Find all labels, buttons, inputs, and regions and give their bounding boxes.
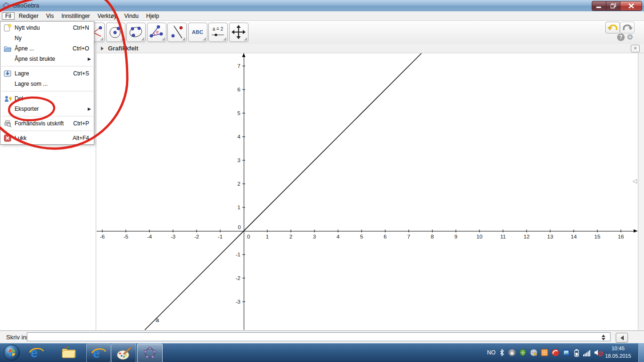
- tool-dropdown-arrow-icon[interactable]: [100, 37, 103, 41]
- menu-item-label: Lagre: [15, 70, 73, 77]
- input-history-spinner[interactable]: [602, 335, 606, 340]
- menubar-item-innstillinger[interactable]: Innstillinger: [58, 12, 93, 20]
- angle-tool-button[interactable]: α: [147, 23, 166, 42]
- menubar-item-verktøy[interactable]: Verktøy: [94, 12, 120, 20]
- show-desktop-button[interactable]: [638, 343, 644, 362]
- menubar-item-fil[interactable]: Fil: [2, 12, 15, 20]
- reflect-tool-button[interactable]: [167, 23, 187, 42]
- slider-tool-button[interactable]: a = 2: [208, 23, 228, 42]
- menubar-item-rediger[interactable]: Rediger: [16, 12, 42, 20]
- taskbar-paint-button[interactable]: [111, 344, 136, 362]
- menu-item-del[interactable]: Del: [0, 93, 94, 104]
- tool-dropdown-arrow-icon[interactable]: [223, 37, 226, 41]
- svg-text:10: 10: [477, 234, 483, 239]
- graphics-view[interactable]: -6-5-4-3-2-11234567891011121314151676543…: [97, 53, 637, 330]
- menu-item-eksporter[interactable]: Eksporter▶: [0, 104, 94, 114]
- command-input[interactable]: [27, 332, 611, 341]
- battery-icon[interactable]: [573, 349, 580, 357]
- graphics-view-title: Grafikkfelt: [108, 45, 138, 52]
- tool-dropdown-arrow-icon[interactable]: [182, 37, 185, 41]
- spinner-down-icon[interactable]: [602, 338, 605, 340]
- grid-icon[interactable]: [541, 349, 548, 356]
- svg-text:-1: -1: [236, 252, 240, 257]
- menubar-item-vindu[interactable]: Vindu: [121, 12, 142, 20]
- svg-text:1: 1: [266, 234, 269, 239]
- clock-time: 10:45: [603, 345, 634, 352]
- tool-dropdown-arrow-icon[interactable]: [203, 37, 206, 41]
- title-bar: GeoGebra: [0, 0, 644, 12]
- menu-item-lagre[interactable]: LagreCtrl+S: [0, 68, 94, 79]
- spinner-up-icon[interactable]: [602, 335, 605, 337]
- panel-collapse-arrow-icon[interactable]: [101, 47, 104, 50]
- display-icon[interactable]: [562, 349, 570, 356]
- taskbar-file-explorer-button[interactable]: [59, 344, 78, 362]
- start-button[interactable]: [2, 344, 21, 362]
- print-preview-icon: [0, 119, 15, 128]
- svg-text:-6: -6: [100, 234, 105, 239]
- undo-button[interactable]: [605, 22, 620, 33]
- svg-text:14: 14: [571, 234, 577, 239]
- tool-dropdown-arrow-icon[interactable]: [244, 37, 247, 41]
- network-key-icon[interactable]: [530, 349, 537, 356]
- circle-tool-button[interactable]: [106, 23, 125, 42]
- menubar-item-vis[interactable]: Vis: [43, 12, 57, 20]
- language-indicator[interactable]: NO: [487, 349, 495, 356]
- svg-text:-4: -4: [147, 234, 152, 239]
- internet-explorer-icon: e: [29, 346, 44, 360]
- menubar-item-hjelp[interactable]: Hjelp: [143, 12, 162, 20]
- taskbar-internet-explorer-button[interactable]: e: [27, 344, 45, 362]
- svg-text:-3: -3: [236, 299, 240, 304]
- tool-dropdown-arrow-icon[interactable]: [121, 37, 124, 41]
- menu-item-label: Forhåndsvis utskrift: [15, 120, 73, 127]
- svg-text:-3: -3: [171, 234, 175, 239]
- menu-bar: FilRedigerVisInnstillingerVerktøyVinduHj…: [0, 11, 644, 21]
- svg-text:-2: -2: [236, 275, 240, 281]
- conic-tool-button[interactable]: [126, 23, 146, 42]
- menu-item-nytt-vindu[interactable]: Nytt vinduCtrl+N: [0, 23, 94, 33]
- tool-dropdown-arrow-icon[interactable]: [141, 37, 144, 41]
- svg-text:α: α: [156, 30, 159, 34]
- menu-item-forhåndsvis-utskrift[interactable]: Forhåndsvis utskriftCtrl+P: [0, 118, 94, 129]
- svg-text:ABC: ABC: [192, 29, 203, 35]
- settings-gear-button[interactable]: ⚙: [627, 33, 633, 41]
- close-icon: [628, 3, 634, 8]
- tool-dropdown-arrow-icon[interactable]: [162, 37, 165, 41]
- taskbar-clock[interactable]: 10:45 18.05.2015: [603, 345, 634, 360]
- input-help-button[interactable]: [616, 333, 628, 343]
- menu-item-ny[interactable]: Ny: [0, 33, 94, 43]
- geogebra-icon: [143, 346, 157, 360]
- menu-item-åpne-sist-brukte[interactable]: Åpne sist brukte▶: [0, 54, 94, 64]
- graphics-view-close-button[interactable]: ×: [631, 45, 640, 52]
- menu-item-label: Lukk: [15, 135, 73, 141]
- text-tool-button[interactable]: ABC: [188, 23, 207, 42]
- input-bar: Skriv inn:: [0, 330, 644, 343]
- volume-muted-icon[interactable]: [594, 349, 603, 356]
- shield-icon[interactable]: [519, 349, 527, 356]
- svg-text:2: 2: [238, 181, 240, 187]
- antivirus-icon[interactable]: [552, 349, 559, 356]
- close-button[interactable]: [620, 1, 642, 11]
- lock-icon[interactable]: [508, 349, 516, 356]
- signal-strength-icon[interactable]: [583, 349, 591, 356]
- menu-separator: [1, 91, 93, 91]
- panel-expand-arrow-icon[interactable]: ◁: [633, 178, 637, 184]
- menu-item-label: Åpne ...: [15, 45, 73, 52]
- svg-text:12: 12: [524, 234, 530, 239]
- taskbar-internet-explorer-button[interactable]: e: [86, 344, 111, 362]
- restore-icon: [611, 3, 616, 8]
- new-window-icon: [0, 24, 15, 32]
- menu-item-åpne[interactable]: Åpne ...Ctrl+O: [0, 43, 94, 54]
- menu-item-lagre-som[interactable]: Lagre som ...: [0, 79, 94, 89]
- bluetooth-icon[interactable]: [499, 349, 505, 356]
- svg-text:-5: -5: [124, 234, 128, 239]
- menu-item-lukk[interactable]: LukkAlt+F4: [0, 133, 94, 143]
- save-icon: [0, 69, 15, 78]
- minimize-button[interactable]: [592, 1, 606, 11]
- move-graphics-view-tool-button[interactable]: [229, 23, 248, 42]
- collapsed-panel-strip[interactable]: [638, 53, 644, 330]
- restore-button[interactable]: [606, 1, 620, 11]
- undo-icon: [608, 24, 618, 32]
- help-button[interactable]: ?: [617, 33, 625, 41]
- taskbar-geogebra-active-button[interactable]: [137, 344, 163, 362]
- redo-button[interactable]: [620, 22, 635, 33]
